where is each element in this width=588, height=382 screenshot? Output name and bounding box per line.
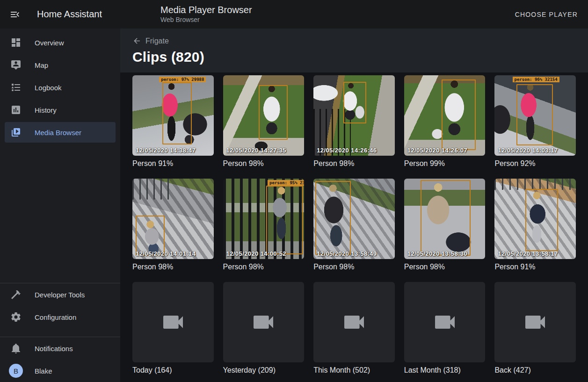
sidebar-item-label: Map — [35, 61, 48, 69]
sidebar-gap — [0, 328, 120, 337]
clip-thumbnail: 12/05/2020 14:26:07 — [404, 75, 486, 156]
folder-label: Today (164) — [132, 366, 214, 375]
sidebar-divider — [0, 337, 120, 337]
clip-caption: Person 98% — [313, 263, 395, 271]
detection-bounding-box — [162, 82, 191, 144]
detection-bounding-box — [343, 82, 366, 123]
clip-card[interactable]: 12/05/2020 13:58:49 Person 98% — [313, 179, 395, 271]
folder-thumbnail — [132, 282, 214, 362]
clip-thumbnail: 12/05/2020 14:26:46 — [313, 75, 395, 156]
folder-card-yesterday[interactable]: Yesterday (209) — [223, 282, 305, 375]
clip-caption: Person 91% — [132, 159, 214, 168]
video-camera-icon — [160, 309, 186, 335]
view-dashboard-icon — [10, 37, 22, 48]
folder-thumbnail — [223, 282, 305, 362]
menu-open-icon — [9, 9, 21, 20]
clip-thumbnail: 12/05/2020 14:01:14 — [132, 179, 214, 259]
detection-label: person: 95% 23432 — [268, 180, 304, 186]
folder-thumbnail — [313, 282, 395, 362]
clip-timestamp: 12/05/2020 14:01:14 — [136, 250, 196, 257]
sidebar-item-label: Overview — [35, 39, 64, 47]
clip-card[interactable]: 12/05/2020 14:27:35 Person 98% — [223, 75, 305, 168]
chart-box-icon — [10, 104, 22, 115]
sidebar-item-label: Media Browser — [35, 129, 81, 137]
clip-card[interactable]: 12/05/2020 14:26:46 Person 98% — [313, 75, 395, 168]
detection-bounding-box — [259, 85, 288, 140]
sidebar-item-developer-tools[interactable]: Developer Tools — [5, 284, 116, 305]
sidebar-divider — [0, 283, 120, 283]
clip-card[interactable]: person: 96% 32154 12/05/2020 14:03:17 Pe… — [494, 75, 576, 168]
clip-timestamp: 12/05/2020 13:58:30 — [407, 250, 467, 257]
sidebar-spacer — [0, 144, 120, 283]
clip-caption: Person 99% — [404, 159, 486, 168]
sidebar-item-profile[interactable]: B Blake — [5, 360, 116, 381]
clip-timestamp: 12/05/2020 14:03:17 — [498, 147, 558, 154]
clip-card[interactable]: person: 97% 29988 12/05/2020 14:38:47 Pe… — [132, 75, 214, 168]
choose-player-button[interactable]: CHOOSE PLAYER — [512, 7, 581, 22]
sidebar-toggle-button[interactable] — [9, 9, 21, 20]
clip-timestamp: 12/05/2020 13:58:49 — [317, 250, 377, 257]
gear-icon — [10, 311, 22, 323]
sidebar-item-label: Developer Tools — [35, 291, 85, 299]
breadcrumb-label: Frigate — [145, 37, 169, 45]
sidebar-item-overview[interactable]: Overview — [5, 32, 116, 53]
clip-card[interactable]: 12/05/2020 13:58:30 Person 98% — [404, 179, 486, 271]
sidebar: Overview Map Logbook History Media Brows… — [0, 29, 120, 382]
clip-timestamp: 12/05/2020 14:27:35 — [226, 147, 286, 154]
folder-label: This Month (502) — [313, 366, 395, 375]
sidebar-item-logbook[interactable]: Logbook — [5, 77, 116, 98]
hammer-icon — [10, 289, 22, 300]
folder-card-this-month[interactable]: This Month (502) — [313, 282, 395, 375]
sidebar-item-map[interactable]: Map — [5, 55, 116, 75]
clip-thumbnail: 12/05/2020 13:58:49 — [313, 179, 395, 259]
breadcrumb-back[interactable]: Frigate — [132, 36, 169, 45]
clip-caption: Person 98% — [223, 159, 305, 168]
clip-caption: Person 92% — [494, 159, 576, 168]
clip-caption: Person 98% — [223, 263, 305, 271]
folder-thumbnail — [404, 282, 486, 362]
sidebar-item-configuration[interactable]: Configuration — [5, 307, 116, 327]
detection-bounding-box — [442, 79, 476, 150]
sidebar-item-label: Logbook — [35, 84, 62, 92]
clip-timestamp: 12/05/2020 14:00:52 — [226, 250, 286, 257]
clip-caption: Person 98% — [132, 263, 214, 271]
clip-thumbnail: person: 97% 29988 12/05/2020 14:38:47 — [132, 75, 214, 156]
clip-thumbnail: person: 96% 32154 12/05/2020 14:03:17 — [494, 75, 576, 156]
bell-icon — [10, 343, 22, 354]
media-grid: person: 97% 29988 12/05/2020 14:38:47 Pe… — [132, 75, 576, 375]
folder-card-today[interactable]: Today (164) — [132, 282, 214, 375]
panel-header: Media Player Browser Web Browser — [160, 4, 252, 24]
video-camera-icon — [250, 309, 276, 335]
panel-title: Media Player Browser — [160, 4, 252, 15]
clip-card[interactable]: 12/05/2020 13:58:17 Person 91% — [494, 179, 576, 271]
folder-card-back[interactable]: Back (427) — [494, 282, 576, 375]
folder-label: Yesterday (209) — [223, 366, 305, 375]
detection-bounding-box — [525, 189, 558, 251]
clip-caption: Person 98% — [404, 263, 486, 271]
clip-card[interactable]: 12/05/2020 14:01:14 Person 98% — [132, 179, 214, 271]
media-grid-container: person: 97% 29988 12/05/2020 14:38:47 Pe… — [120, 72, 588, 382]
arrow-left-icon — [132, 36, 141, 45]
detection-label: person: 96% 32154 — [513, 77, 559, 82]
play-box-multiple-icon — [10, 127, 22, 138]
sidebar-item-label: Notifications — [35, 345, 73, 353]
sidebar-item-notifications[interactable]: Notifications — [5, 338, 116, 359]
clip-card[interactable]: 12/05/2020 14:26:07 Person 99% — [404, 75, 486, 168]
sidebar-item-media-browser[interactable]: Media Browser — [5, 122, 116, 143]
bulleted-list-icon — [10, 82, 22, 93]
detection-bounding-box — [266, 186, 304, 254]
clip-timestamp: 12/05/2020 14:38:47 — [136, 147, 196, 154]
sidebar-item-label: Configuration — [35, 313, 76, 321]
video-camera-icon — [432, 309, 458, 335]
sidebar-item-label: Blake — [35, 367, 52, 375]
folder-card-last-month[interactable]: Last Month (318) — [404, 282, 486, 375]
folder-label: Last Month (318) — [404, 366, 486, 375]
panel-subtitle: Web Browser — [160, 15, 252, 24]
clip-card[interactable]: person: 95% 23432 12/05/2020 14:00:52 Pe… — [223, 179, 305, 271]
clip-caption: Person 91% — [494, 263, 576, 271]
sidebar-item-history[interactable]: History — [5, 100, 116, 120]
detection-label: person: 97% 29988 — [159, 77, 206, 82]
clip-thumbnail: 12/05/2020 14:27:35 — [223, 75, 305, 156]
video-camera-icon — [341, 309, 367, 335]
clip-timestamp: 12/05/2020 13:58:17 — [498, 250, 558, 257]
